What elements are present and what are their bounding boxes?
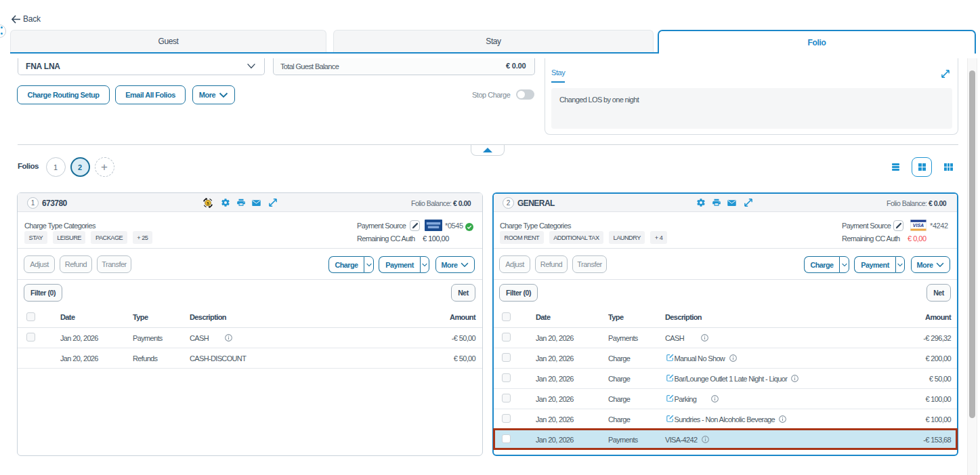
svg-text:VISA: VISA [913,223,924,228]
